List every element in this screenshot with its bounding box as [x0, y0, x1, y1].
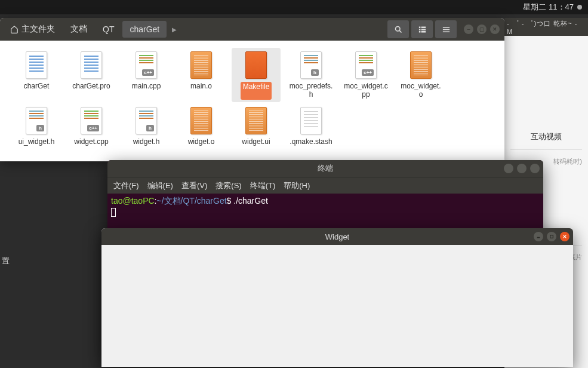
- file-name-label: charGet: [24, 82, 50, 100]
- cursor-icon: [111, 208, 116, 217]
- home-icon: [10, 25, 19, 33]
- file-icon: [136, 51, 157, 79]
- search-button[interactable]: [387, 20, 409, 38]
- file-name-label: widget.cpp: [74, 137, 108, 155]
- list-icon: [418, 25, 427, 34]
- breadcrumb-item[interactable]: QT: [96, 21, 121, 38]
- svg-rect-6: [418, 31, 420, 33]
- terminal-prompt-user: tao@taoPC: [111, 196, 155, 206]
- svg-rect-2: [418, 26, 420, 28]
- menu-button[interactable]: [435, 20, 457, 38]
- file-icon: [190, 107, 212, 134]
- terminal-command: ./charGet: [233, 196, 268, 206]
- maximize-button[interactable]: [517, 164, 527, 173]
- file-icon: [26, 107, 47, 134]
- widget-body[interactable]: [101, 245, 573, 367]
- view-list-button[interactable]: [411, 20, 433, 38]
- left-strip-text: 置: [2, 256, 10, 266]
- file-item[interactable]: widget.h: [122, 103, 171, 158]
- terminal-body[interactable]: tao@taoPC:~/文档/QT/charGet$ ./charGet: [107, 194, 543, 219]
- file-item[interactable]: moc_predefs.h: [287, 48, 335, 102]
- file-name-label: ui_widget.h: [19, 137, 55, 155]
- widget-titlebar[interactable]: Widget: [101, 228, 573, 245]
- breadcrumb-item[interactable]: 主文件夹: [3, 21, 62, 38]
- svg-rect-12: [550, 235, 553, 238]
- file-manager-header: 主文件夹文档QTcharGet ▶ – ▢ ✕: [0, 18, 504, 41]
- file-icon: [190, 51, 212, 79]
- file-name-label: moc_widget.o: [399, 82, 443, 100]
- terminal-titlebar[interactable]: 终端: [107, 160, 543, 177]
- file-item[interactable]: widget.ui: [232, 103, 281, 158]
- file-item[interactable]: main.cpp: [122, 48, 171, 102]
- terminal-title-text: 终端: [107, 163, 543, 174]
- svg-rect-4: [418, 29, 420, 30]
- divider: [510, 149, 582, 150]
- file-icon: [245, 51, 267, 79]
- file-item[interactable]: moc_widget.cpp: [341, 48, 390, 102]
- file-icon: [26, 51, 47, 79]
- hamburger-icon: [442, 25, 451, 34]
- file-icon: [245, 107, 267, 134]
- chevron-right-icon[interactable]: ▶: [170, 18, 179, 41]
- file-icon: [136, 107, 157, 134]
- minimize-button[interactable]: [504, 164, 513, 173]
- terminal-menubar: 文件(F)编辑(E)查看(V)搜索(S)终端(T)帮助(H): [107, 177, 543, 194]
- breadcrumb: 主文件夹文档QTcharGet: [0, 18, 170, 41]
- file-icon: [81, 51, 102, 79]
- widget-title-text: Widget: [101, 232, 573, 241]
- terminal-prompt-path: ~/文档/QT/charGet: [156, 196, 226, 206]
- right-window-title-fragment: - ゜ - ゜)つ口 乾杯~ - M: [507, 19, 586, 35]
- svg-rect-7: [421, 31, 426, 33]
- menu-item[interactable]: 终端(T): [250, 180, 276, 191]
- file-icon: [300, 51, 322, 79]
- breadcrumb-item[interactable]: charGet: [122, 21, 167, 38]
- file-name-label: main.o: [190, 82, 212, 100]
- right-window-header: - ゜ - ゜)つ口 乾杯~ - M: [504, 18, 588, 36]
- breadcrumb-item[interactable]: 文档: [63, 21, 94, 38]
- file-item[interactable]: charGet: [12, 48, 61, 102]
- close-button[interactable]: [560, 232, 569, 241]
- file-icon: [300, 107, 322, 134]
- file-item[interactable]: charGet.pro: [67, 48, 116, 102]
- svg-line-1: [399, 30, 401, 32]
- file-icon: [410, 51, 432, 79]
- file-name-label: Makefile: [241, 82, 272, 100]
- menu-item[interactable]: 搜索(S): [216, 180, 241, 191]
- minimize-button[interactable]: –: [464, 24, 473, 34]
- menu-item[interactable]: 文件(F): [113, 180, 139, 191]
- menu-item[interactable]: 编辑(E): [147, 180, 173, 191]
- file-name-label: .qmake.stash: [290, 137, 332, 155]
- system-top-bar: 星期二 11：47: [0, 0, 588, 14]
- file-name-label: widget.h: [133, 137, 160, 155]
- menu-item[interactable]: 查看(V): [181, 180, 207, 191]
- svg-point-0: [395, 26, 400, 31]
- file-grid[interactable]: charGetcharGet.promain.cppmain.oMakefile…: [0, 41, 504, 161]
- file-item[interactable]: widget.cpp: [67, 103, 116, 158]
- file-icon: [355, 51, 377, 79]
- svg-rect-3: [421, 26, 426, 28]
- window-controls: – ▢ ✕: [459, 18, 504, 41]
- file-icon: [81, 107, 102, 134]
- clock-text: 星期二 11：47: [523, 2, 574, 13]
- window-controls: [534, 232, 569, 241]
- file-name-label: moc_widget.cpp: [344, 82, 388, 100]
- file-item[interactable]: main.o: [177, 48, 226, 102]
- maximize-button[interactable]: [547, 232, 556, 241]
- file-item[interactable]: widget.o: [177, 103, 226, 158]
- maximize-button[interactable]: ▢: [477, 24, 487, 34]
- file-name-label: widget.o: [188, 137, 215, 155]
- terminal-line: tao@taoPC:~/文档/QT/charGet$ ./charGet: [111, 196, 540, 207]
- close-button[interactable]: [530, 164, 540, 173]
- file-item[interactable]: Makefile: [232, 48, 281, 102]
- file-item[interactable]: ui_widget.h: [12, 103, 61, 158]
- menu-item[interactable]: 帮助(H): [284, 180, 310, 191]
- svg-rect-5: [421, 29, 426, 30]
- file-name-label: widget.ui: [242, 137, 270, 155]
- close-button[interactable]: ✕: [490, 24, 500, 34]
- right-panel-text: 互动视频: [510, 131, 582, 142]
- file-item[interactable]: .qmake.stash: [287, 103, 335, 158]
- file-name-label: charGet.pro: [72, 82, 110, 100]
- file-item[interactable]: moc_widget.o: [396, 48, 445, 102]
- search-icon: [394, 25, 403, 34]
- minimize-button[interactable]: [534, 232, 543, 241]
